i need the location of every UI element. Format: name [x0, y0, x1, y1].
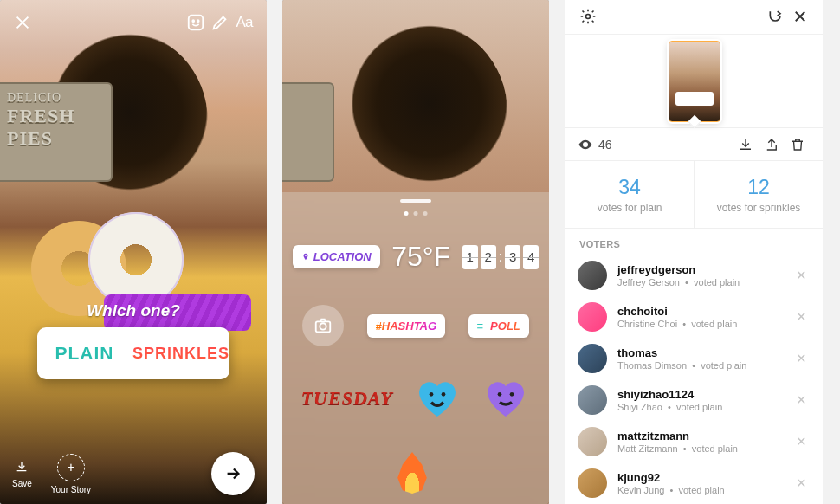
svg-point-2 [197, 20, 199, 22]
sticker-icon[interactable] [184, 10, 208, 35]
svg-point-4 [320, 323, 326, 329]
voter-row[interactable]: shiyizhao1124Shiyi Zhao • voted plain✕ [565, 379, 823, 421]
sheet-handle[interactable] [400, 199, 431, 203]
votes-option-b: 12 votes for sprinkles [695, 161, 823, 228]
voters-list[interactable]: jeffreydgersonJeffrey Gerson • voted pla… [565, 255, 823, 504]
voter-username: kjung92 [617, 471, 782, 484]
temperature-sticker[interactable]: 75°F [383, 236, 459, 278]
hashtag-sticker[interactable]: #HASHTAG [367, 314, 446, 338]
share-icon[interactable] [759, 137, 785, 152]
voter-text: chchoitoiChristine Choi • voted plain [617, 305, 782, 329]
poll-option-a[interactable]: PLAIN [37, 327, 132, 379]
svg-point-9 [586, 15, 591, 19]
sign-text-2: FRESH PIES [7, 105, 111, 150]
view-count-value: 46 [598, 138, 612, 152]
voter-username: jeffreydgerson [617, 263, 782, 276]
remove-voter-icon[interactable]: ✕ [792, 306, 811, 328]
close-icon[interactable] [10, 10, 35, 35]
svg-point-1 [192, 20, 194, 22]
your-story-button[interactable]: + Your Story [51, 454, 91, 494]
poll-sticker-option[interactable]: ≡POLL [468, 314, 529, 338]
voter-text: jeffreydgersonJeffrey Gerson • voted pla… [617, 263, 782, 288]
voters-section-header: VOTERS [565, 229, 823, 255]
view-count: 46 [578, 137, 612, 152]
svg-point-5 [430, 392, 434, 397]
votes-a-label: votes for plain [598, 202, 662, 214]
results-topbar [565, 0, 823, 35]
clock-digit-4: 4 [523, 245, 539, 269]
flame-sticker[interactable] [395, 452, 430, 494]
day-sticker[interactable]: TUESDAY [301, 387, 393, 410]
avatar[interactable] [578, 385, 607, 415]
voter-subtitle: Matt Zitzmann • voted plain [617, 443, 782, 454]
avatar[interactable] [578, 468, 607, 498]
clock-digit-1: 1 [462, 245, 478, 269]
avatar[interactable] [578, 427, 607, 456]
voter-text: thomasThomas Dimson • voted plain [617, 346, 782, 371]
voter-username: chchoitoi [617, 305, 782, 318]
remove-voter-icon[interactable]: ✕ [792, 472, 811, 494]
download-icon[interactable] [733, 137, 759, 152]
story-meta-row: 46 [565, 128, 823, 161]
voter-username: mattzitzmann [617, 430, 782, 443]
poll-question[interactable]: Which one? [37, 301, 229, 320]
voter-subtitle: Christine Choi • voted plain [617, 319, 782, 329]
remove-voter-icon[interactable]: ✕ [792, 430, 811, 453]
remove-voter-icon[interactable]: ✕ [792, 389, 811, 411]
avatar[interactable] [578, 261, 607, 290]
avatar[interactable] [578, 344, 607, 373]
voter-row[interactable]: kjung92Kevin Jung • voted plain✕ [565, 462, 823, 504]
poll-options: PLAIN SPRINKLES [37, 327, 229, 379]
trash-icon[interactable] [785, 137, 811, 152]
voter-subtitle: Shiyi Zhao • voted plain [617, 402, 782, 412]
story-thumbnail[interactable] [669, 41, 720, 122]
location-sticker-label: LOCATION [313, 250, 372, 263]
sticker-drawer-screen: LOCATION 75°F 1 2 : 3 4 #HASHTAG ≡POLL [282, 0, 549, 504]
poll-sticker[interactable]: Which one? PLAIN SPRINKLES [37, 301, 229, 379]
votes-a-count: 34 [618, 176, 641, 199]
photo-sign [282, 82, 334, 182]
svg-point-6 [442, 392, 446, 397]
svg-rect-0 [189, 16, 204, 30]
voter-username: thomas [617, 346, 782, 359]
voter-row[interactable]: thomasThomas Dimson • voted plain✕ [565, 338, 823, 379]
voter-row[interactable]: chchoitoiChristine Choi • voted plain✕ [565, 296, 823, 338]
editor-topbar: Aa [0, 7, 267, 38]
voter-text: mattzitzmannMatt Zitzmann • voted plain [617, 430, 782, 454]
sign-text-1: DELICIO [7, 91, 111, 105]
send-button[interactable] [211, 452, 255, 495]
heart-sticker-blue[interactable] [413, 374, 462, 423]
photo-sign: DELICIO FRESH PIES [0, 82, 113, 182]
location-sticker[interactable]: LOCATION [293, 245, 380, 268]
draw-icon[interactable] [208, 10, 232, 35]
voter-row[interactable]: jeffreydgersonJeffrey Gerson • voted pla… [565, 255, 823, 296]
story-editor-screen: DELICIO FRESH PIES Aa Which one? PLAIN S… [0, 0, 267, 504]
voter-row[interactable]: mattzitzmannMatt Zitzmann • voted plain✕ [565, 421, 823, 462]
remove-voter-icon[interactable]: ✕ [792, 264, 811, 287]
settings-icon[interactable] [576, 4, 600, 29]
editor-bottombar: Save + Your Story [0, 452, 267, 495]
close-icon[interactable] [788, 4, 812, 29]
text-tool-icon[interactable]: Aa [232, 10, 256, 35]
voter-text: shiyizhao1124Shiyi Zhao • voted plain [617, 388, 782, 412]
voter-username: shiyizhao1124 [617, 388, 782, 401]
remove-voter-icon[interactable]: ✕ [792, 347, 811, 370]
hashtag-sticker-label: #HASHTAG [376, 320, 437, 333]
avatar[interactable] [578, 302, 607, 332]
voter-subtitle: Jeffrey Gerson • voted plain [617, 277, 782, 288]
clock-digit-2: 2 [481, 245, 496, 269]
voter-subtitle: Thomas Dimson • voted plain [617, 360, 782, 371]
heart-sticker-purple[interactable] [481, 374, 530, 423]
page-indicator [404, 211, 428, 216]
boomerang-icon[interactable] [764, 4, 788, 29]
selfie-sticker[interactable] [302, 305, 344, 346]
sticker-sheet[interactable]: LOCATION 75°F 1 2 : 3 4 #HASHTAG ≡POLL [282, 192, 549, 504]
voter-subtitle: Kevin Jung • voted plain [617, 485, 782, 495]
clock-sticker[interactable]: 1 2 : 3 4 [462, 245, 539, 269]
poll-sticker-label: POLL [490, 320, 520, 333]
story-thumbnail-row [565, 35, 823, 128]
voter-text: kjung92Kevin Jung • voted plain [617, 471, 782, 495]
votes-b-count: 12 [747, 176, 770, 199]
poll-option-b[interactable]: SPRINKLES [132, 327, 229, 379]
save-button[interactable]: Save [12, 460, 32, 488]
